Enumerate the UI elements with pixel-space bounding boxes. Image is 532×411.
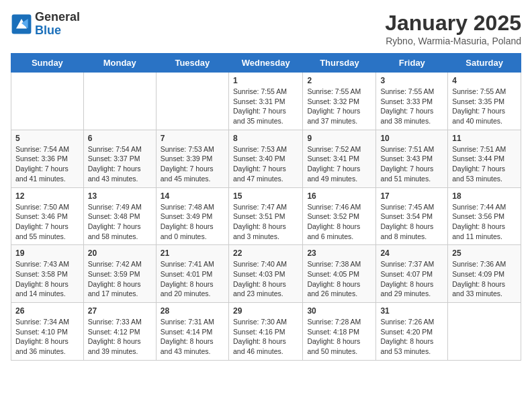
calendar-header: SundayMondayTuesdayWednesdayThursdayFrid… [11, 54, 521, 73]
calendar-cell [83, 73, 156, 130]
logo: General Blue [11, 11, 80, 38]
calendar-cell: 23Sunrise: 7:38 AMSunset: 4:05 PMDayligh… [303, 245, 376, 303]
day-number: 13 [88, 191, 152, 201]
day-number: 5 [15, 134, 79, 143]
logo-text: General Blue [35, 11, 80, 38]
day-detail: Sunrise: 7:55 AMSunset: 3:33 PMDaylight:… [380, 87, 443, 126]
day-of-week-header: Wednesday [228, 54, 302, 73]
header-row: SundayMondayTuesdayWednesdayThursdayFrid… [11, 54, 521, 73]
calendar-week-row: 19Sunrise: 7:43 AMSunset: 3:58 PMDayligh… [11, 245, 521, 303]
calendar-cell: 14Sunrise: 7:48 AMSunset: 3:49 PMDayligh… [156, 187, 228, 245]
day-detail: Sunrise: 7:43 AMSunset: 3:58 PMDaylight:… [15, 259, 79, 299]
day-detail: Sunrise: 7:49 AMSunset: 3:48 PMDaylight:… [88, 202, 152, 242]
day-detail: Sunrise: 7:46 AMSunset: 3:52 PMDaylight:… [307, 202, 371, 242]
day-number: 28 [161, 306, 224, 316]
day-of-week-header: Friday [376, 54, 448, 73]
day-of-week-header: Saturday [448, 54, 521, 73]
calendar-cell: 9Sunrise: 7:52 AMSunset: 3:41 PMDaylight… [303, 130, 376, 187]
calendar-cell: 20Sunrise: 7:42 AMSunset: 3:59 PMDayligh… [83, 245, 156, 303]
day-number: 14 [161, 191, 224, 201]
day-number: 11 [452, 134, 517, 143]
day-of-week-header: Tuesday [156, 54, 228, 73]
calendar-cell [11, 73, 84, 130]
day-number: 4 [452, 76, 517, 85]
calendar: SundayMondayTuesdayWednesdayThursdayFrid… [11, 53, 521, 361]
calendar-cell: 25Sunrise: 7:36 AMSunset: 4:09 PMDayligh… [448, 245, 521, 303]
calendar-cell: 17Sunrise: 7:45 AMSunset: 3:54 PMDayligh… [376, 187, 448, 245]
day-detail: Sunrise: 7:26 AMSunset: 4:20 PMDaylight:… [380, 317, 443, 357]
day-detail: Sunrise: 7:31 AMSunset: 4:14 PMDaylight:… [161, 317, 224, 357]
day-number: 9 [307, 134, 371, 143]
day-detail: Sunrise: 7:40 AMSunset: 4:03 PMDaylight:… [233, 259, 298, 299]
day-detail: Sunrise: 7:55 AMSunset: 3:31 PMDaylight:… [233, 87, 298, 126]
day-of-week-header: Sunday [11, 54, 84, 73]
calendar-cell: 29Sunrise: 7:30 AMSunset: 4:16 PMDayligh… [228, 303, 302, 361]
day-detail: Sunrise: 7:41 AMSunset: 4:01 PMDaylight:… [161, 259, 224, 299]
calendar-week-row: 5Sunrise: 7:54 AMSunset: 3:36 PMDaylight… [11, 130, 521, 187]
logo-general: General [35, 11, 80, 24]
day-number: 15 [233, 191, 298, 201]
calendar-cell: 19Sunrise: 7:43 AMSunset: 3:58 PMDayligh… [11, 245, 84, 303]
day-number: 10 [380, 134, 443, 143]
day-number: 30 [307, 306, 371, 316]
day-number: 18 [452, 191, 517, 201]
day-number: 24 [380, 248, 443, 258]
day-number: 7 [161, 134, 224, 143]
calendar-body: 1Sunrise: 7:55 AMSunset: 3:31 PMDaylight… [11, 73, 521, 361]
calendar-week-row: 26Sunrise: 7:34 AMSunset: 4:10 PMDayligh… [11, 303, 521, 361]
calendar-cell: 10Sunrise: 7:51 AMSunset: 3:43 PMDayligh… [376, 130, 448, 187]
day-detail: Sunrise: 7:38 AMSunset: 4:05 PMDaylight:… [307, 259, 371, 299]
calendar-cell: 1Sunrise: 7:55 AMSunset: 3:31 PMDaylight… [228, 73, 302, 130]
location: Rybno, Warmia-Masuria, Poland [385, 36, 521, 46]
month-title: January 2025 [385, 11, 521, 36]
day-number: 8 [233, 134, 298, 143]
calendar-cell: 31Sunrise: 7:26 AMSunset: 4:20 PMDayligh… [376, 303, 448, 361]
day-detail: Sunrise: 7:45 AMSunset: 3:54 PMDaylight:… [380, 202, 443, 242]
day-number: 31 [380, 306, 443, 316]
day-number: 20 [88, 248, 152, 258]
calendar-cell: 21Sunrise: 7:41 AMSunset: 4:01 PMDayligh… [156, 245, 228, 303]
day-number: 21 [161, 248, 224, 258]
day-number: 2 [307, 76, 371, 85]
logo-blue: Blue [35, 24, 80, 38]
logo-icon [11, 13, 32, 35]
day-number: 23 [307, 248, 371, 258]
day-number: 19 [15, 248, 79, 258]
calendar-cell: 16Sunrise: 7:46 AMSunset: 3:52 PMDayligh… [303, 187, 376, 245]
day-detail: Sunrise: 7:34 AMSunset: 4:10 PMDaylight:… [15, 317, 79, 357]
calendar-cell: 18Sunrise: 7:44 AMSunset: 3:56 PMDayligh… [448, 187, 521, 245]
day-number: 26 [15, 306, 79, 316]
day-detail: Sunrise: 7:53 AMSunset: 3:40 PMDaylight:… [233, 144, 298, 184]
calendar-cell: 28Sunrise: 7:31 AMSunset: 4:14 PMDayligh… [156, 303, 228, 361]
day-detail: Sunrise: 7:54 AMSunset: 3:36 PMDaylight:… [15, 144, 79, 184]
calendar-cell: 24Sunrise: 7:37 AMSunset: 4:07 PMDayligh… [376, 245, 448, 303]
day-number: 27 [88, 306, 152, 316]
calendar-cell: 13Sunrise: 7:49 AMSunset: 3:48 PMDayligh… [83, 187, 156, 245]
day-detail: Sunrise: 7:51 AMSunset: 3:43 PMDaylight:… [380, 144, 443, 184]
day-detail: Sunrise: 7:30 AMSunset: 4:16 PMDaylight:… [233, 317, 298, 357]
calendar-cell: 15Sunrise: 7:47 AMSunset: 3:51 PMDayligh… [228, 187, 302, 245]
calendar-cell [448, 303, 521, 361]
day-detail: Sunrise: 7:52 AMSunset: 3:41 PMDaylight:… [307, 144, 371, 184]
day-detail: Sunrise: 7:33 AMSunset: 4:12 PMDaylight:… [88, 317, 152, 357]
calendar-week-row: 1Sunrise: 7:55 AMSunset: 3:31 PMDaylight… [11, 73, 521, 130]
day-number: 25 [452, 248, 517, 258]
calendar-cell: 6Sunrise: 7:54 AMSunset: 3:37 PMDaylight… [83, 130, 156, 187]
day-detail: Sunrise: 7:37 AMSunset: 4:07 PMDaylight:… [380, 259, 443, 299]
day-of-week-header: Monday [83, 54, 156, 73]
day-detail: Sunrise: 7:28 AMSunset: 4:18 PMDaylight:… [307, 317, 371, 357]
calendar-cell [156, 73, 228, 130]
day-number: 22 [233, 248, 298, 258]
calendar-cell: 26Sunrise: 7:34 AMSunset: 4:10 PMDayligh… [11, 303, 84, 361]
calendar-cell: 4Sunrise: 7:55 AMSunset: 3:35 PMDaylight… [448, 73, 521, 130]
day-detail: Sunrise: 7:55 AMSunset: 3:35 PMDaylight:… [452, 87, 517, 126]
day-detail: Sunrise: 7:53 AMSunset: 3:39 PMDaylight:… [161, 144, 224, 184]
day-detail: Sunrise: 7:54 AMSunset: 3:37 PMDaylight:… [88, 144, 152, 184]
calendar-cell: 12Sunrise: 7:50 AMSunset: 3:46 PMDayligh… [11, 187, 84, 245]
day-number: 1 [233, 76, 298, 85]
calendar-cell: 8Sunrise: 7:53 AMSunset: 3:40 PMDaylight… [228, 130, 302, 187]
day-detail: Sunrise: 7:50 AMSunset: 3:46 PMDaylight:… [15, 202, 79, 242]
calendar-cell: 5Sunrise: 7:54 AMSunset: 3:36 PMDaylight… [11, 130, 84, 187]
day-detail: Sunrise: 7:42 AMSunset: 3:59 PMDaylight:… [88, 259, 152, 299]
page-header: General Blue January 2025 Rybno, Warmia-… [11, 11, 521, 46]
